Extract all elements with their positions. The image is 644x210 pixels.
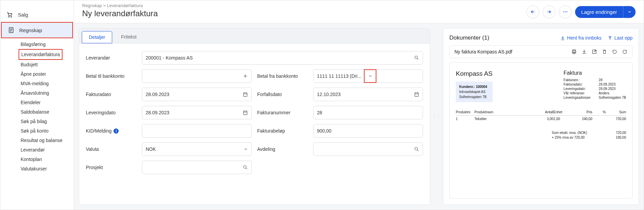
sub-apne-poster[interactable]: Åpne poster — [19, 69, 48, 79]
plus-icon[interactable] — [243, 73, 248, 79]
calendar-icon[interactable] — [243, 110, 248, 115]
sub-leverandorfaktura[interactable]: Leverandørfaktura — [19, 49, 63, 60]
value: NOK — [146, 146, 156, 152]
sub-valutakurser[interactable]: Valutakurser — [19, 164, 49, 173]
chevron-down-icon[interactable] — [364, 70, 376, 83]
input-prosjekt[interactable] — [142, 161, 252, 174]
nav-label: Regnskap — [19, 27, 42, 33]
svg-point-6 — [563, 11, 564, 13]
invoice-table: Produktnr. Produktnavn Antall Enhet Pris… — [456, 110, 626, 121]
search-icon[interactable] — [414, 55, 419, 61]
svg-point-1 — [11, 16, 12, 17]
documents-panel: Dokumenter (1) Hent fra innboks Last opp — [443, 28, 639, 205]
input-avdeling[interactable] — [313, 142, 423, 156]
label-betal-til: Betal til bankkonto — [86, 73, 137, 79]
document-icon — [8, 27, 15, 33]
label-leverandor: Leverandør — [86, 55, 137, 61]
sub-eiendeler[interactable]: Eiendeler — [19, 98, 43, 107]
save-button[interactable]: Lagre endringer — [575, 6, 636, 18]
nav-salg[interactable]: Salg — [0, 7, 74, 22]
tab-detaljer[interactable]: Detaljer — [82, 31, 112, 43]
sub-resultat[interactable]: Resultat og balanse — [19, 136, 65, 145]
customer-addr: Solheimsgaten 7B — [459, 94, 489, 99]
doc-actions: Hent fra innboks Last opp — [560, 35, 633, 41]
external-icon[interactable] — [592, 49, 597, 54]
tab-fritekst[interactable]: Fritekst — [114, 31, 143, 43]
last-opp[interactable]: Last opp — [608, 35, 633, 41]
more-button[interactable] — [559, 5, 572, 18]
input-fakturabelop[interactable]: 900,00 — [313, 124, 423, 138]
forward-button[interactable] — [543, 5, 555, 18]
sidebar: Salg Regnskap Bilagsføring Leverandørfak… — [0, 0, 74, 210]
input-betal-fra[interactable]: 1111 11 11113 (Dri... — [313, 69, 423, 83]
hent-innboks[interactable]: Hent fra innboks — [560, 35, 601, 41]
sub-kontoplan[interactable]: Kontoplan — [19, 155, 44, 164]
form-body: Leverandør 200001 - Kompass AS Betal til… — [79, 44, 430, 182]
svg-rect-13 — [244, 93, 247, 96]
value: 900,00 — [317, 128, 331, 134]
svg-point-7 — [565, 11, 566, 13]
input-leveringsdato[interactable]: 28.09.2023 — [142, 106, 252, 119]
value: 28.09.2023 — [146, 92, 169, 97]
header-actions: Lagre endringer — [526, 5, 636, 18]
label-kid: KID/Melding i — [86, 128, 137, 134]
calendar-icon[interactable] — [414, 92, 419, 97]
sub-bilagsforing[interactable]: Bilagsføring — [19, 40, 48, 49]
page-title: Ny leverandørfaktura — [82, 9, 158, 18]
save-dropdown[interactable] — [623, 6, 636, 18]
nav-regnskap[interactable]: Regnskap — [1, 22, 73, 38]
invoice-totals: Sum ekskl. mva. (NOK) 720,00 + 25% mva a… — [456, 131, 626, 139]
download-icon[interactable] — [581, 49, 587, 54]
sub-saldobalanse[interactable]: Saldobalanse — [19, 107, 51, 117]
resize-handle[interactable]: ⋮⋮ — [435, 28, 438, 205]
sub-budsjett[interactable]: Budsjett — [19, 60, 40, 69]
content: Detaljer Fritekst Leverandør 200001 - Ko… — [74, 23, 644, 210]
sub-leverandor[interactable]: Leverandør — [19, 145, 47, 155]
label-fakturanummer: Fakturanummer — [257, 110, 308, 115]
sub-arsavslutning[interactable]: Årsavslutning — [19, 88, 51, 98]
file-actions — [571, 49, 627, 54]
input-forfallsdato[interactable]: 12.10.2023 — [313, 88, 423, 101]
doc-header: Dokumenter (1) Hent fra innboks Last opp — [449, 34, 633, 41]
info-icon[interactable]: i — [114, 129, 119, 134]
search-icon[interactable] — [414, 146, 419, 152]
input-leverandor[interactable]: 200001 - Kompass AS — [142, 51, 423, 65]
label-forfallsdato: Forfallsdato — [257, 92, 308, 97]
nav-label: Salg — [18, 12, 28, 18]
print-icon[interactable] — [571, 49, 577, 54]
sub-mva[interactable]: MVA-melding — [19, 79, 51, 88]
svg-line-10 — [417, 59, 419, 60]
label-leveringsdato: Leveringsdato — [86, 110, 137, 115]
main: Regnskap > Leverandørfaktura Ny leverand… — [74, 0, 644, 210]
sub-sok-bilag[interactable]: Søk på bilag — [19, 117, 49, 126]
search-icon[interactable] — [243, 165, 248, 170]
customer-name: Introselskapet AS — [459, 89, 489, 94]
rotate-left-icon[interactable] — [612, 49, 617, 54]
sub-sok-konto[interactable]: Søk på konto — [19, 126, 51, 136]
input-fakturadato[interactable]: 28.09.2023 — [142, 88, 252, 101]
value: 200001 - Kompass AS — [146, 55, 193, 61]
calendar-icon[interactable] — [243, 92, 248, 97]
svg-rect-17 — [415, 93, 419, 96]
nav-sub: Bilagsføring Leverandørfaktura Budsjett … — [0, 38, 74, 173]
label-fakturadato: Fakturadato — [86, 92, 137, 97]
input-valuta[interactable]: NOK — [142, 142, 252, 156]
chevron-down-icon[interactable] — [243, 147, 248, 151]
input-fakturanummer[interactable]: 28 — [313, 106, 423, 119]
input-betal-til[interactable] — [142, 69, 252, 83]
input-kid[interactable] — [142, 124, 252, 138]
svg-rect-21 — [244, 111, 247, 115]
customer-no: Kundenr.: 100004 — [459, 84, 489, 89]
value: 28 — [317, 110, 322, 115]
breadcrumb: Regnskap > Leverandørfaktura — [82, 3, 158, 8]
svg-point-25 — [415, 147, 418, 150]
back-button[interactable] — [526, 5, 539, 18]
value: 28.09.2023 — [146, 110, 169, 115]
rotate-right-icon[interactable] — [622, 49, 627, 54]
label-prosjekt: Prosjekt — [86, 165, 137, 170]
invoice-title: Faktura — [564, 70, 626, 76]
label-avdeling: Avdeling — [257, 146, 308, 152]
customer-box: Kundenr.: 100004 Introselskapet AS Solhe… — [456, 81, 493, 102]
svg-line-26 — [417, 150, 419, 151]
delete-icon[interactable] — [602, 49, 607, 54]
